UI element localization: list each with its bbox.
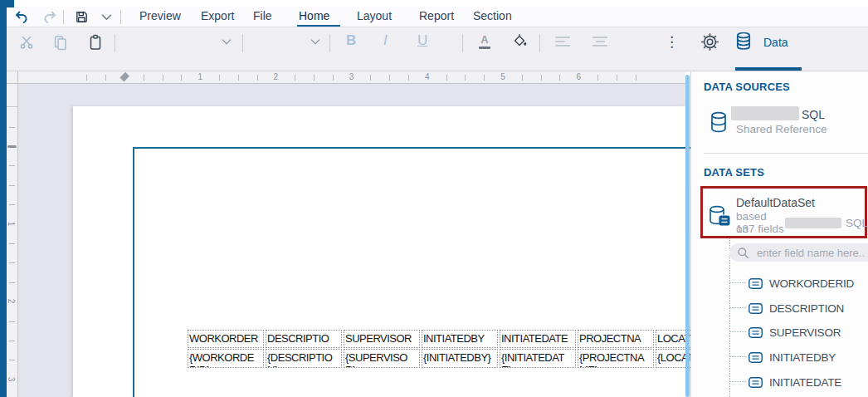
vertical-scrollbar[interactable] (685, 75, 690, 397)
based-on-suffix: SQL (846, 217, 868, 229)
more-options-button[interactable]: ⋮ (665, 33, 679, 51)
tab-section[interactable]: Section (473, 9, 512, 22)
bold-button[interactable]: B (346, 32, 356, 49)
font-color-swatch (479, 47, 490, 50)
table-data-cell[interactable]: {PROJECTNAME} (578, 349, 654, 368)
format-toolbar: B I U A ⋮ (7, 27, 868, 71)
table-data-cell[interactable]: {WORKORDERID} (188, 349, 264, 368)
field-item[interactable]: WORKORDERID (729, 271, 868, 296)
font-size-select[interactable] (252, 32, 327, 56)
field-item[interactable]: INITIATEDATE (729, 370, 868, 395)
paint-bucket-icon (511, 33, 529, 49)
font-family-select[interactable] (124, 32, 237, 56)
table-header-cell[interactable]: DESCRIPTION (266, 330, 342, 348)
settings-button[interactable] (700, 32, 719, 51)
database-icon (735, 32, 752, 51)
toolbar-divider (329, 34, 330, 52)
redo-button[interactable] (41, 10, 58, 24)
tab-preview[interactable]: Preview (139, 9, 181, 22)
field-icon (749, 377, 763, 388)
chevron-down-icon (222, 39, 232, 46)
ruler-corner (7, 71, 18, 84)
tab-export[interactable]: Export (201, 9, 234, 22)
tab-file[interactable]: File (253, 9, 272, 22)
dataset-name[interactable]: DefaultDataSet (736, 196, 815, 209)
menu-divider (63, 10, 64, 24)
chevron-down-icon (310, 39, 320, 46)
dataset-item[interactable] (708, 204, 730, 228)
source-name-suffix: SQL (802, 108, 825, 121)
field-icon (749, 327, 763, 338)
field-search-box[interactable] (729, 243, 868, 262)
dataset-field-count: 137 fields (736, 223, 784, 235)
field-item[interactable]: SUPERVISOR (729, 320, 868, 345)
underline-button[interactable]: U (417, 32, 427, 49)
align-left-icon (555, 37, 570, 38)
italic-button[interactable]: I (383, 32, 388, 49)
paste-button[interactable] (87, 33, 104, 51)
table-header-cell[interactable]: SUPERVISOR (344, 330, 420, 348)
data-sources-header: DATA SOURCES (704, 81, 790, 93)
redacted-source-name (731, 106, 799, 120)
data-panel-label[interactable]: Data (763, 36, 788, 49)
toolbar-divider (539, 34, 540, 52)
menu-divider (120, 10, 121, 24)
chevron-down-icon (101, 14, 112, 21)
font-color-icon: A (480, 34, 488, 45)
fill-color-button[interactable] (510, 32, 529, 50)
database-icon (710, 111, 728, 134)
undo-icon (14, 11, 28, 24)
report-page[interactable]: WORKORDERID DESCRIPTION SUPERVISOR INITI… (73, 106, 685, 397)
tab-home[interactable]: Home (299, 9, 329, 22)
h-ruler-origin-marker[interactable] (120, 72, 129, 81)
source-subtitle: Shared Reference (736, 123, 827, 135)
report-table: WORKORDERID DESCRIPTION SUPERVISOR INITI… (188, 330, 732, 368)
table-header-cell[interactable]: INITIATEDBY (422, 330, 498, 348)
field-label: INITIATEDATE (769, 376, 841, 389)
search-input[interactable] (755, 246, 866, 260)
copy-icon (53, 35, 68, 51)
table-header-cell[interactable]: WORKORDERID (188, 330, 264, 348)
paste-icon (88, 34, 103, 51)
tab-report[interactable]: Report (419, 9, 454, 22)
table-data-cell[interactable]: {INITIATEDBY} (422, 349, 498, 368)
field-item[interactable]: INITIATEDBY (729, 345, 868, 370)
undo-button[interactable] (12, 10, 29, 24)
align-center-button[interactable] (592, 37, 607, 47)
field-item[interactable]: DESCRIPTION (729, 296, 868, 321)
toolbar-divider (462, 34, 463, 52)
save-dropdown-button[interactable] (100, 13, 113, 22)
table-data-cell[interactable]: {INITIATEDATE} (500, 349, 576, 368)
design-canvas[interactable]: WORKORDERID DESCRIPTION SUPERVISOR INITI… (18, 84, 685, 397)
table-header-cell[interactable]: INITIATEDATE (500, 330, 576, 348)
align-center-icon (592, 37, 607, 38)
table-header-cell[interactable]: PROJECTNAME (578, 330, 654, 348)
save-button[interactable] (73, 9, 90, 24)
vertical-ruler: 123 (7, 84, 18, 397)
data-sets-header: DATA SETS (704, 166, 764, 179)
v-ruler-origin-marker[interactable] (7, 145, 17, 149)
gear-icon (700, 32, 719, 51)
redo-icon (43, 11, 57, 24)
search-icon (737, 247, 749, 259)
table-data-cell[interactable]: {SUPERVISOR} (344, 349, 420, 368)
field-label: SUPERVISOR (769, 326, 841, 339)
left-edge-strip-top (0, 0, 14, 7)
tab-layout[interactable]: Layout (357, 9, 392, 22)
copy-button[interactable] (52, 34, 69, 51)
dataset-icon (708, 204, 730, 228)
data-panel-button[interactable] (734, 31, 753, 51)
align-left-button[interactable] (555, 37, 570, 47)
table-data-cell[interactable]: {DESCRIPTION} (266, 349, 342, 368)
cut-button[interactable] (18, 34, 35, 51)
data-panel: DATA SOURCES SQL Shared Reference DATA S… (690, 71, 868, 397)
redacted-dataset-source (785, 218, 841, 228)
menu-bar: Preview Export File Home Layout Report S… (7, 7, 868, 27)
panel-divider (704, 153, 868, 154)
data-source-item[interactable] (710, 111, 728, 134)
field-label: DESCRIPTION (769, 302, 844, 315)
toolbar-divider (115, 34, 115, 52)
scissors-icon (19, 35, 34, 50)
font-color-button[interactable]: A (477, 33, 492, 50)
field-icon (749, 352, 763, 363)
